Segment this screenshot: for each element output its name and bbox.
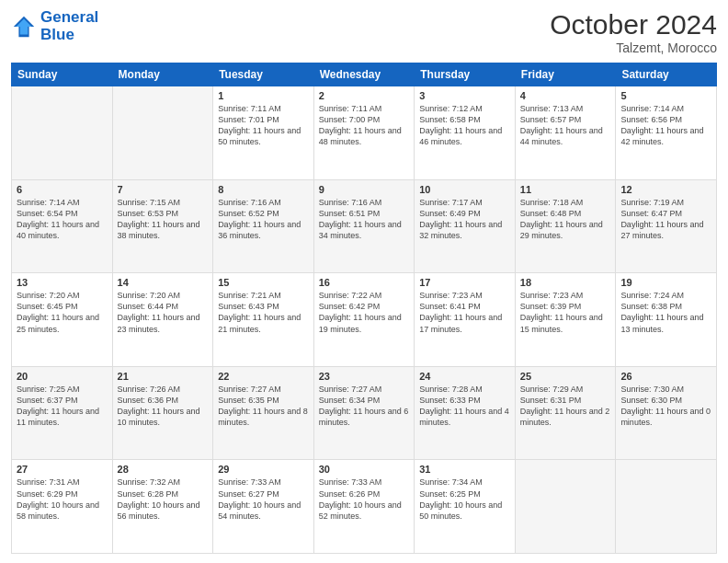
logo-text: General Blue bbox=[40, 9, 98, 43]
day-number: 19 bbox=[620, 277, 711, 288]
calendar-cell: 28Sunrise: 7:32 AMSunset: 6:28 PMDayligh… bbox=[112, 460, 213, 554]
cell-info: Sunrise: 7:20 AMSunset: 6:44 PMDaylight:… bbox=[118, 290, 209, 335]
day-number: 5 bbox=[620, 90, 711, 101]
cell-info: Sunrise: 7:14 AMSunset: 6:56 PMDaylight:… bbox=[620, 103, 711, 148]
cell-info: Sunrise: 7:20 AMSunset: 6:45 PMDaylight:… bbox=[17, 290, 108, 335]
calendar-cell: 29Sunrise: 7:33 AMSunset: 6:27 PMDayligh… bbox=[213, 460, 314, 554]
calendar-cell: 10Sunrise: 7:17 AMSunset: 6:49 PMDayligh… bbox=[415, 179, 516, 273]
day-number: 20 bbox=[17, 371, 108, 382]
cell-info: Sunrise: 7:11 AMSunset: 7:00 PMDaylight:… bbox=[319, 103, 410, 148]
calendar-cell: 25Sunrise: 7:29 AMSunset: 6:31 PMDayligh… bbox=[515, 366, 616, 460]
day-number: 22 bbox=[218, 371, 309, 382]
day-number: 3 bbox=[419, 90, 510, 101]
calendar-cell: 31Sunrise: 7:34 AMSunset: 6:25 PMDayligh… bbox=[415, 460, 516, 554]
day-number: 2 bbox=[319, 90, 410, 101]
cell-info: Sunrise: 7:27 AMSunset: 6:34 PMDaylight:… bbox=[319, 384, 410, 429]
cell-info: Sunrise: 7:18 AMSunset: 6:48 PMDaylight:… bbox=[520, 197, 611, 242]
calendar-cell: 5Sunrise: 7:14 AMSunset: 6:56 PMDaylight… bbox=[616, 86, 717, 180]
calendar-cell: 16Sunrise: 7:22 AMSunset: 6:42 PMDayligh… bbox=[313, 273, 415, 367]
day-number: 11 bbox=[520, 184, 611, 195]
cell-info: Sunrise: 7:13 AMSunset: 6:57 PMDaylight:… bbox=[520, 103, 611, 148]
day-number: 25 bbox=[520, 371, 611, 382]
col-tuesday: Tuesday bbox=[213, 63, 314, 86]
logo: General Blue bbox=[11, 9, 98, 43]
calendar-cell: 13Sunrise: 7:20 AMSunset: 6:45 PMDayligh… bbox=[12, 273, 113, 367]
calendar-cell: 9Sunrise: 7:16 AMSunset: 6:51 PMDaylight… bbox=[313, 179, 415, 273]
cell-info: Sunrise: 7:27 AMSunset: 6:35 PMDaylight:… bbox=[218, 384, 309, 429]
cell-info: Sunrise: 7:33 AMSunset: 6:26 PMDaylight:… bbox=[319, 477, 410, 522]
cell-info: Sunrise: 7:17 AMSunset: 6:49 PMDaylight:… bbox=[419, 197, 510, 242]
cell-info: Sunrise: 7:31 AMSunset: 6:29 PMDaylight:… bbox=[17, 477, 108, 522]
col-monday: Monday bbox=[112, 63, 213, 86]
calendar-cell: 7Sunrise: 7:15 AMSunset: 6:53 PMDaylight… bbox=[112, 179, 213, 273]
calendar-header-row: Sunday Monday Tuesday Wednesday Thursday… bbox=[12, 63, 717, 86]
day-number: 18 bbox=[520, 277, 611, 288]
cell-info: Sunrise: 7:16 AMSunset: 6:51 PMDaylight:… bbox=[319, 197, 410, 242]
calendar-cell: 8Sunrise: 7:16 AMSunset: 6:52 PMDaylight… bbox=[213, 179, 314, 273]
cell-info: Sunrise: 7:12 AMSunset: 6:58 PMDaylight:… bbox=[419, 103, 510, 148]
calendar-cell: 14Sunrise: 7:20 AMSunset: 6:44 PMDayligh… bbox=[112, 273, 213, 367]
day-number: 1 bbox=[218, 90, 309, 101]
cell-info: Sunrise: 7:16 AMSunset: 6:52 PMDaylight:… bbox=[218, 197, 309, 242]
day-number: 26 bbox=[620, 371, 711, 382]
cell-info: Sunrise: 7:21 AMSunset: 6:43 PMDaylight:… bbox=[218, 290, 309, 335]
calendar-cell: 22Sunrise: 7:27 AMSunset: 6:35 PMDayligh… bbox=[213, 366, 314, 460]
col-sunday: Sunday bbox=[12, 63, 113, 86]
cell-info: Sunrise: 7:34 AMSunset: 6:25 PMDaylight:… bbox=[419, 477, 510, 522]
day-number: 28 bbox=[118, 464, 209, 475]
calendar-cell bbox=[616, 460, 717, 554]
col-saturday: Saturday bbox=[616, 63, 717, 86]
calendar-week-row: 27Sunrise: 7:31 AMSunset: 6:29 PMDayligh… bbox=[12, 460, 717, 554]
calendar-cell: 3Sunrise: 7:12 AMSunset: 6:58 PMDaylight… bbox=[415, 86, 516, 180]
day-number: 13 bbox=[17, 277, 108, 288]
calendar-week-row: 20Sunrise: 7:25 AMSunset: 6:37 PMDayligh… bbox=[12, 366, 717, 460]
day-number: 4 bbox=[520, 90, 611, 101]
col-friday: Friday bbox=[515, 63, 616, 86]
calendar: Sunday Monday Tuesday Wednesday Thursday… bbox=[11, 63, 717, 554]
day-number: 17 bbox=[419, 277, 510, 288]
calendar-cell: 2Sunrise: 7:11 AMSunset: 7:00 PMDaylight… bbox=[313, 86, 415, 180]
cell-info: Sunrise: 7:11 AMSunset: 7:01 PMDaylight:… bbox=[218, 103, 309, 148]
cell-info: Sunrise: 7:24 AMSunset: 6:38 PMDaylight:… bbox=[620, 290, 711, 335]
calendar-cell: 20Sunrise: 7:25 AMSunset: 6:37 PMDayligh… bbox=[12, 366, 113, 460]
cell-info: Sunrise: 7:28 AMSunset: 6:33 PMDaylight:… bbox=[419, 384, 510, 429]
calendar-cell: 6Sunrise: 7:14 AMSunset: 6:54 PMDaylight… bbox=[12, 179, 113, 273]
cell-info: Sunrise: 7:23 AMSunset: 6:39 PMDaylight:… bbox=[520, 290, 611, 335]
cell-info: Sunrise: 7:23 AMSunset: 6:41 PMDaylight:… bbox=[419, 290, 510, 335]
day-number: 29 bbox=[218, 464, 309, 475]
day-number: 12 bbox=[620, 184, 711, 195]
day-number: 14 bbox=[118, 277, 209, 288]
cell-info: Sunrise: 7:15 AMSunset: 6:53 PMDaylight:… bbox=[118, 197, 209, 242]
cell-info: Sunrise: 7:25 AMSunset: 6:37 PMDaylight:… bbox=[17, 384, 108, 429]
calendar-cell: 21Sunrise: 7:26 AMSunset: 6:36 PMDayligh… bbox=[112, 366, 213, 460]
logo-icon bbox=[11, 14, 37, 40]
cell-info: Sunrise: 7:32 AMSunset: 6:28 PMDaylight:… bbox=[118, 477, 209, 522]
calendar-cell: 17Sunrise: 7:23 AMSunset: 6:41 PMDayligh… bbox=[415, 273, 516, 367]
day-number: 24 bbox=[419, 371, 510, 382]
day-number: 7 bbox=[118, 184, 209, 195]
calendar-week-row: 1Sunrise: 7:11 AMSunset: 7:01 PMDaylight… bbox=[12, 86, 717, 180]
calendar-cell bbox=[12, 86, 113, 180]
cell-info: Sunrise: 7:19 AMSunset: 6:47 PMDaylight:… bbox=[620, 197, 711, 242]
day-number: 8 bbox=[218, 184, 309, 195]
calendar-cell: 30Sunrise: 7:33 AMSunset: 6:26 PMDayligh… bbox=[313, 460, 415, 554]
col-thursday: Thursday bbox=[415, 63, 516, 86]
day-number: 16 bbox=[319, 277, 410, 288]
month-year: October 2024 bbox=[550, 9, 717, 40]
day-number: 30 bbox=[319, 464, 410, 475]
cell-info: Sunrise: 7:33 AMSunset: 6:27 PMDaylight:… bbox=[218, 477, 309, 522]
col-wednesday: Wednesday bbox=[313, 63, 415, 86]
day-number: 15 bbox=[218, 277, 309, 288]
calendar-cell: 24Sunrise: 7:28 AMSunset: 6:33 PMDayligh… bbox=[415, 366, 516, 460]
header: General Blue October 2024 Talzemt, Moroc… bbox=[11, 9, 717, 55]
cell-info: Sunrise: 7:26 AMSunset: 6:36 PMDaylight:… bbox=[118, 384, 209, 429]
calendar-cell: 1Sunrise: 7:11 AMSunset: 7:01 PMDaylight… bbox=[213, 86, 314, 180]
calendar-week-row: 13Sunrise: 7:20 AMSunset: 6:45 PMDayligh… bbox=[12, 273, 717, 367]
calendar-cell: 18Sunrise: 7:23 AMSunset: 6:39 PMDayligh… bbox=[515, 273, 616, 367]
location: Talzemt, Morocco bbox=[550, 40, 717, 55]
calendar-cell: 4Sunrise: 7:13 AMSunset: 6:57 PMDaylight… bbox=[515, 86, 616, 180]
cell-info: Sunrise: 7:14 AMSunset: 6:54 PMDaylight:… bbox=[17, 197, 108, 242]
day-number: 9 bbox=[319, 184, 410, 195]
calendar-cell: 15Sunrise: 7:21 AMSunset: 6:43 PMDayligh… bbox=[213, 273, 314, 367]
calendar-cell: 27Sunrise: 7:31 AMSunset: 6:29 PMDayligh… bbox=[12, 460, 113, 554]
